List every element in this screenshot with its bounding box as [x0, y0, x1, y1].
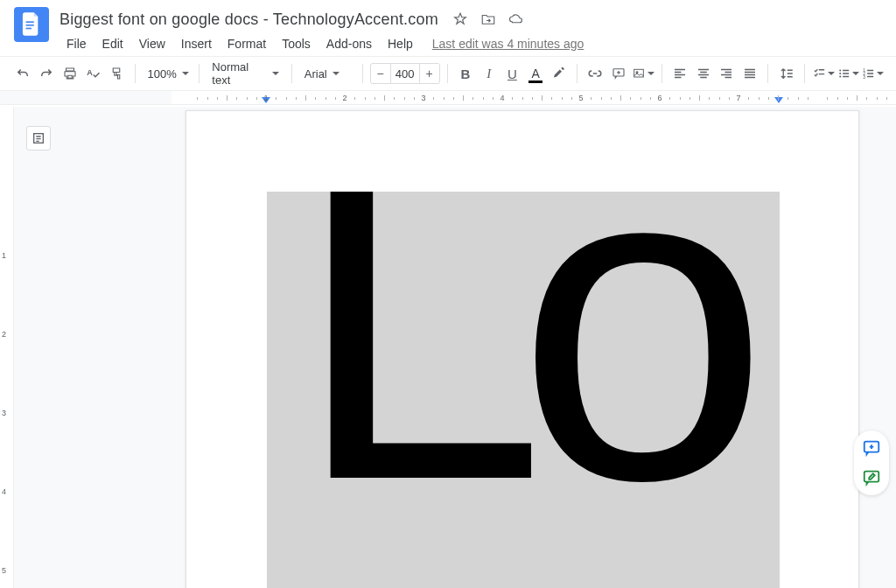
- svg-text:A: A: [88, 68, 94, 77]
- document-page[interactable]: Lo: [186, 110, 859, 588]
- ruler-number: 3: [421, 94, 425, 102]
- zoom-dropdown[interactable]: 100%: [142, 62, 192, 85]
- svg-rect-15: [864, 472, 879, 482]
- numbered-list-button[interactable]: 123: [861, 62, 884, 85]
- svg-point-9: [839, 75, 841, 77]
- align-left-button[interactable]: [668, 62, 690, 85]
- vruler-number: 4: [2, 487, 6, 496]
- ruler-number: 5: [578, 94, 583, 102]
- align-justify-button[interactable]: [739, 62, 761, 85]
- paragraph-style-dropdown[interactable]: Normal text: [206, 62, 284, 85]
- spellcheck-button[interactable]: A: [82, 62, 104, 85]
- suggest-edits-side-button[interactable]: [861, 467, 882, 488]
- document-content-text[interactable]: Lo: [293, 192, 739, 582]
- font-size-input[interactable]: [390, 64, 420, 83]
- menu-format[interactable]: Format: [220, 33, 273, 54]
- svg-point-8: [839, 73, 841, 74]
- ruler-number: 4: [500, 94, 504, 102]
- svg-point-6: [636, 72, 638, 74]
- menu-addons[interactable]: Add-ons: [319, 33, 379, 54]
- zoom-value: 100%: [147, 67, 176, 80]
- font-size-increase-button[interactable]: +: [420, 64, 439, 83]
- side-button-panel: [854, 430, 889, 495]
- move-folder-icon[interactable]: [480, 11, 496, 27]
- star-icon[interactable]: [452, 11, 468, 27]
- underline-button[interactable]: U: [501, 62, 523, 85]
- ruler-number: 7: [736, 94, 740, 102]
- highlight-color-button[interactable]: [548, 62, 570, 85]
- line-spacing-button[interactable]: [775, 62, 797, 85]
- style-value: Normal text: [212, 60, 266, 87]
- svg-rect-5: [634, 69, 643, 77]
- text-selection: Lo: [267, 192, 780, 588]
- svg-text:3: 3: [863, 75, 865, 80]
- insert-link-button[interactable]: [584, 62, 606, 85]
- toolbar: A 100% Normal text Arial − + B I U A 123: [0, 56, 896, 91]
- paint-format-button[interactable]: [106, 62, 128, 85]
- bold-button[interactable]: B: [455, 62, 477, 85]
- menu-insert[interactable]: Insert: [174, 33, 219, 54]
- redo-button[interactable]: [36, 62, 58, 85]
- align-center-button[interactable]: [692, 62, 714, 85]
- bulleted-list-button[interactable]: [836, 62, 859, 85]
- svg-rect-2: [26, 28, 32, 30]
- add-comment-button[interactable]: [608, 62, 630, 85]
- print-button[interactable]: [59, 62, 80, 85]
- ruler-number: 6: [657, 94, 662, 102]
- font-value: Arial: [304, 67, 327, 80]
- vertical-ruler[interactable]: 12345: [0, 107, 14, 588]
- font-size-group: − +: [370, 63, 440, 84]
- text-color-button[interactable]: A: [525, 62, 547, 85]
- ruler-number: 2: [342, 94, 346, 102]
- last-edit-link[interactable]: Last edit was 4 minutes ago: [432, 37, 584, 51]
- font-family-dropdown[interactable]: Arial: [299, 62, 355, 85]
- checklist-button[interactable]: [812, 62, 835, 85]
- menu-help[interactable]: Help: [381, 33, 420, 54]
- menu-edit[interactable]: Edit: [95, 33, 130, 54]
- insert-image-button[interactable]: [632, 62, 654, 85]
- menu-file[interactable]: File: [60, 33, 94, 54]
- align-right-button[interactable]: [716, 62, 738, 85]
- svg-point-7: [839, 69, 841, 71]
- vruler-number: 1: [2, 251, 6, 260]
- horizontal-ruler[interactable]: 1234567: [0, 91, 896, 105]
- add-comment-side-button[interactable]: [861, 438, 882, 458]
- right-indent-marker[interactable]: [774, 97, 783, 103]
- vruler-number: 2: [2, 330, 6, 339]
- svg-rect-1: [26, 24, 34, 26]
- undo-button[interactable]: [12, 62, 34, 85]
- font-size-decrease-button[interactable]: −: [371, 64, 390, 83]
- vruler-number: 3: [2, 409, 6, 417]
- menu-view[interactable]: View: [132, 33, 172, 54]
- menu-tools[interactable]: Tools: [275, 33, 318, 54]
- docs-logo[interactable]: [14, 7, 49, 42]
- svg-rect-0: [26, 21, 34, 23]
- italic-button[interactable]: I: [478, 62, 500, 85]
- document-title[interactable]: Biggest font on google docs - Technology…: [60, 10, 438, 29]
- ruler-number: 1: [263, 94, 268, 102]
- vruler-number: 5: [2, 566, 6, 575]
- document-outline-button[interactable]: [26, 126, 51, 150]
- cloud-status-icon[interactable]: [508, 11, 524, 27]
